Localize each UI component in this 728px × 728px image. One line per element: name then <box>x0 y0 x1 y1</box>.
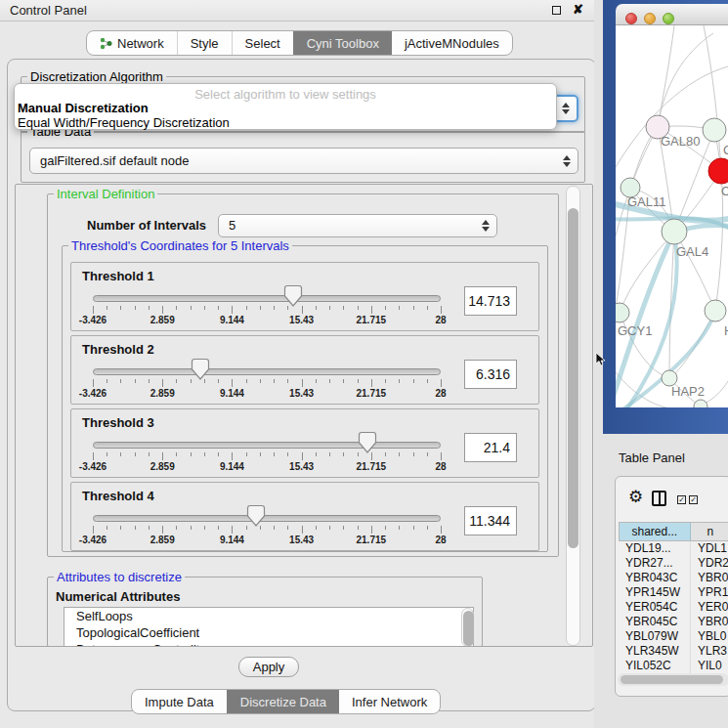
apply-button[interactable]: Apply <box>238 657 299 677</box>
tab-cyni-toolbox[interactable]: Cyni Toolbox <box>293 31 392 55</box>
slider-tick-label: 9.144 <box>202 315 261 325</box>
numerical-attributes-label: Numerical Attributes <box>56 589 180 604</box>
table-panel: ⚙ ✓ ✓ shared...n YDL19...YDL1YDR27...YDR… <box>615 476 728 697</box>
tab-network[interactable]: Network <box>87 31 177 55</box>
slider-tick <box>260 306 261 310</box>
table-cell: YLR3 <box>691 644 728 659</box>
slider-tick <box>343 526 344 530</box>
slider-thumb[interactable] <box>191 358 210 381</box>
table-data-combo[interactable]: galFiltered.sif default node <box>29 148 578 174</box>
threshold-value-input[interactable] <box>464 506 517 535</box>
table-row[interactable]: YBR045CYBR0 <box>619 615 728 629</box>
float-window-icon[interactable] <box>552 6 561 15</box>
table-cell: YIL052C <box>619 659 691 673</box>
slider-thumb[interactable] <box>358 431 377 454</box>
table-horizontal-scrollbar[interactable] <box>618 673 728 686</box>
slider-tick <box>413 452 414 456</box>
zoom-traffic-light-icon[interactable] <box>663 13 674 24</box>
network-view-canvas[interactable]: GAL80GACGAL11GAL4GCY1HHAP2 <box>616 25 728 407</box>
num-intervals-label: Number of Intervals <box>87 218 206 233</box>
slider-track[interactable] <box>93 368 441 375</box>
checkbox-icon[interactable]: ✓ <box>677 495 686 504</box>
checkbox-icon[interactable]: ✓ <box>689 495 698 504</box>
threshold-value-input[interactable] <box>464 433 517 462</box>
table-cell: YDL1 <box>691 541 728 556</box>
table-row[interactable]: YER054CYER0 <box>619 600 728 615</box>
node-label-c: C <box>721 184 728 198</box>
threshold-label: Threshold 4 <box>82 489 154 503</box>
slider-tick <box>107 306 107 310</box>
slider-tick <box>427 379 428 383</box>
attribute-list-item[interactable]: SelfLoops <box>64 608 473 624</box>
network-edge[interactable] <box>704 25 721 171</box>
algorithm-option[interactable]: Equal Width/Frequency Discretization <box>15 115 556 130</box>
slider-track[interactable] <box>93 515 441 522</box>
close-traffic-light-icon[interactable] <box>625 13 637 24</box>
table-row[interactable]: YLR345WYLR3 <box>619 644 728 659</box>
slider-tick <box>274 379 275 383</box>
slider-tick <box>316 306 317 310</box>
network-edge[interactable] <box>658 25 674 127</box>
slider-track[interactable] <box>93 442 441 449</box>
table-row[interactable]: YBR043CYBR0 <box>619 571 728 585</box>
slider-tick <box>93 379 94 387</box>
slider-tick <box>120 452 121 456</box>
split-columns-icon[interactable] <box>652 491 666 506</box>
table-cell: YBL0 <box>691 629 728 644</box>
slider-tick <box>93 452 94 460</box>
control-panel-titlebar: Control Panel ✘ <box>0 0 603 21</box>
attribute-list-item[interactable]: BetweennessCentrality <box>64 641 473 647</box>
panel-vertical-scrollbar[interactable] <box>566 186 580 646</box>
slider-tick <box>162 306 163 314</box>
network-node-node-right-mid[interactable] <box>705 300 726 321</box>
slider-thumb[interactable] <box>246 504 266 528</box>
threshold-value-input[interactable] <box>464 286 517 316</box>
close-icon[interactable]: ✘ <box>573 2 583 17</box>
network-node-node-bottom[interactable] <box>694 400 707 407</box>
attributes-list-scrollbar[interactable] <box>461 608 474 647</box>
slider-tick <box>427 526 428 530</box>
slider-tick-label: 9.144 <box>202 535 261 545</box>
tab-select[interactable]: Select <box>232 31 293 55</box>
slider-tick <box>441 526 442 534</box>
attributes-group: Attributes to discretize Numerical Attri… <box>47 577 483 647</box>
slider-tick-label: 2.859 <box>133 461 192 472</box>
threshold-value-input[interactable] <box>464 360 517 389</box>
slider-tick-label: 21.715 <box>342 315 401 325</box>
table-row[interactable]: YBL079WYBL0 <box>619 629 728 644</box>
slider-tick <box>371 379 372 387</box>
table-row[interactable]: YDL19...YDL1 <box>619 541 728 556</box>
tab-label: Select <box>245 36 280 51</box>
slider-track[interactable] <box>93 295 441 302</box>
network-window-titlebar[interactable] <box>616 4 728 25</box>
tab-style[interactable]: Style <box>177 31 232 55</box>
threshold-label: Threshold 2 <box>82 342 154 357</box>
table-column-header[interactable]: n <box>691 523 728 540</box>
algorithm-option[interactable]: Manual Discretization <box>15 101 556 115</box>
table-cell: YDR27... <box>619 556 691 571</box>
num-intervals-combo[interactable]: 5 <box>218 214 497 237</box>
network-node-gcy1[interactable] <box>616 303 629 322</box>
slider-tick <box>260 452 261 456</box>
slider-thumb[interactable] <box>283 284 303 308</box>
table-data-combo-value: galFiltered.sif default node <box>40 153 189 168</box>
network-node-node-top-right[interactable] <box>703 118 726 142</box>
gear-icon[interactable]: ⚙ <box>628 489 643 505</box>
table-row[interactable]: YDR27...YDR2 <box>619 556 728 571</box>
attribute-list-item[interactable]: TopologicalCoefficient <box>64 624 473 641</box>
slider-tick <box>385 526 386 530</box>
tab-discretize-data[interactable]: Discretize Data <box>227 690 339 713</box>
network-node-selected-red-node[interactable] <box>708 158 728 184</box>
table-row[interactable]: YPR145WYPR1 <box>619 585 728 600</box>
table-row[interactable]: YIL052CYIL0 <box>619 659 728 673</box>
slider-tick <box>149 379 150 383</box>
minimize-traffic-light-icon[interactable] <box>644 13 656 24</box>
numerical-attributes-list[interactable]: SelfLoopsTopologicalCoefficientBetweenne… <box>64 607 474 647</box>
network-node-gal4[interactable] <box>662 219 687 244</box>
tab-jactivemnodules[interactable]: jActiveMNodules <box>392 31 512 55</box>
threshold-label: Threshold 1 <box>82 269 154 283</box>
table-column-header[interactable]: shared... <box>620 523 691 540</box>
tab-impute-data[interactable]: Impute Data <box>132 690 227 713</box>
tab-infer-network[interactable]: Infer Network <box>339 690 440 713</box>
table-cell: YER0 <box>691 600 728 615</box>
